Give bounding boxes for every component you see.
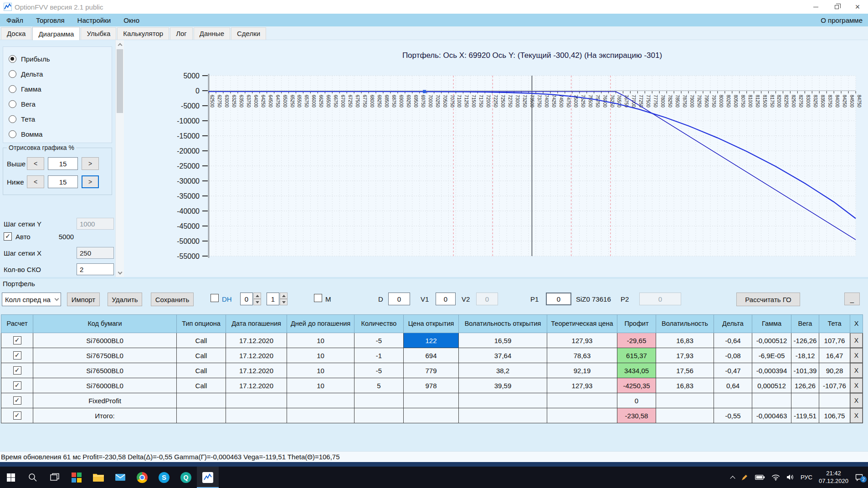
table-cell[interactable]: 17.12.2020	[226, 363, 287, 378]
menu-item[interactable]: Окно	[117, 15, 146, 26]
row-delete-button[interactable]: X	[850, 333, 863, 348]
table-cell[interactable]	[354, 393, 404, 408]
grid-step-x-field[interactable]: 250	[77, 247, 114, 259]
table-cell[interactable]: Si76500BL0	[33, 363, 177, 378]
v1-field[interactable]: 0	[436, 293, 456, 305]
table-cell[interactable]: 16,47	[819, 348, 850, 363]
table-cell[interactable]: 0,64	[714, 378, 752, 393]
table-cell[interactable]	[752, 393, 791, 408]
row-delete-button[interactable]: X	[850, 363, 863, 378]
minimize-panel-button[interactable]: _	[844, 293, 860, 305]
table-cell[interactable]	[226, 408, 287, 423]
table-cell[interactable]: 3434,05	[617, 363, 656, 378]
table-cell[interactable]	[177, 408, 226, 423]
table-cell[interactable]: 615,37	[617, 348, 656, 363]
table-cell[interactable]	[547, 408, 617, 423]
table-cell[interactable]: 17,56	[656, 363, 714, 378]
column-header[interactable]: Дней до погашения	[287, 315, 354, 333]
table-cell[interactable]: 16,59	[459, 333, 547, 348]
column-header[interactable]: Дельта	[714, 315, 752, 333]
table-cell[interactable]: 106,75	[819, 408, 850, 423]
network-button[interactable]	[771, 474, 780, 481]
table-cell[interactable]: 10	[287, 363, 354, 378]
table-cell[interactable]: 978	[404, 378, 459, 393]
table-cell[interactable]: 17.12.2020	[226, 378, 287, 393]
table-cell[interactable]	[791, 393, 819, 408]
strategy-dropdown[interactable]: Колл спред на	[2, 293, 61, 306]
table-cell[interactable]: 0,000512	[752, 378, 791, 393]
table-cell[interactable]: -119,51	[791, 408, 819, 423]
row-delete-button[interactable]: X	[850, 408, 863, 423]
table-cell[interactable]: -5	[354, 363, 404, 378]
scrollbar-thumb[interactable]	[117, 49, 123, 113]
close-button[interactable]: ×	[847, 0, 868, 14]
table-cell[interactable]: -6,9E-05	[752, 348, 791, 363]
table-cell[interactable]: Итого:	[33, 408, 177, 423]
table-cell[interactable]: 78,63	[547, 348, 617, 363]
table-cell[interactable]: 779	[404, 363, 459, 378]
column-header[interactable]: Профит	[617, 315, 656, 333]
spinner-value[interactable]: 1	[267, 293, 279, 305]
row-checkbox[interactable]: ✓	[13, 366, 21, 375]
spin-up-button[interactable]	[253, 293, 261, 299]
table-cell[interactable]	[459, 408, 547, 423]
scroll-down-button[interactable]	[116, 269, 124, 277]
table-cell[interactable]: Si76750BL0	[33, 348, 177, 363]
table-cell[interactable]: FixedProfit	[33, 393, 177, 408]
column-header[interactable]: Теоретическая цена	[547, 315, 617, 333]
above-increase-button[interactable]: >	[82, 157, 99, 170]
table-cell[interactable]: Call	[177, 363, 226, 378]
chrome-button[interactable]	[131, 467, 153, 488]
column-header[interactable]: Цена открытия	[404, 315, 459, 333]
table-cell[interactable]: 5	[354, 378, 404, 393]
table-cell[interactable]: 37,64	[459, 348, 547, 363]
menu-item[interactable]: Файл	[0, 15, 30, 26]
table-cell[interactable]	[404, 408, 459, 423]
table-cell[interactable]	[287, 408, 354, 423]
column-header[interactable]: Код бумаги	[33, 315, 177, 333]
row-checkbox[interactable]: ✓	[13, 381, 21, 390]
table-cell[interactable]: -0,000463	[752, 408, 791, 423]
auto-checkbox[interactable]: ✓	[4, 232, 12, 241]
panel-scrollbar[interactable]	[115, 40, 124, 277]
table-cell[interactable]	[714, 393, 752, 408]
table-cell[interactable]: 17.12.2020	[226, 333, 287, 348]
table-cell[interactable]: 16,83	[656, 378, 714, 393]
table-cell[interactable]	[547, 393, 617, 408]
start-button[interactable]	[0, 467, 22, 488]
table-cell[interactable]: Call	[177, 348, 226, 363]
menu-item[interactable]: Настройки	[71, 15, 118, 26]
menu-item[interactable]: Торговля	[30, 15, 71, 26]
battery-button[interactable]	[755, 474, 765, 480]
table-cell[interactable]: 17,93	[656, 348, 714, 363]
tray-expand-button[interactable]	[731, 475, 734, 480]
mail-button[interactable]	[109, 467, 131, 488]
table-cell[interactable]: -29,65	[617, 333, 656, 348]
task-view-button[interactable]	[44, 467, 66, 488]
above-percent-field[interactable]: 15	[48, 157, 78, 170]
column-header[interactable]: Расчет	[1, 315, 33, 333]
table-cell[interactable]: -18,12	[791, 348, 819, 363]
tab-Диаграмма[interactable]: Диаграмма	[32, 27, 80, 40]
optionfvv-taskbar-button[interactable]	[197, 467, 219, 488]
table-cell[interactable]: 38,2	[459, 363, 547, 378]
row-checkbox[interactable]: ✓	[13, 351, 21, 360]
volume-button[interactable]	[786, 474, 794, 481]
row-checkbox[interactable]: ✓	[13, 411, 21, 420]
column-header[interactable]: Волатильность открытия	[459, 315, 547, 333]
tab-Лог[interactable]: Лог	[170, 27, 193, 40]
column-header[interactable]: Тип опциона	[177, 315, 226, 333]
table-cell[interactable]	[177, 393, 226, 408]
table-cell[interactable]: 126,26	[791, 378, 819, 393]
tab-Улыбка[interactable]: Улыбка	[81, 27, 116, 40]
table-cell[interactable]	[819, 393, 850, 408]
table-cell[interactable]: -0,47	[714, 363, 752, 378]
language-indicator[interactable]: РУС	[801, 474, 812, 481]
column-header[interactable]: Гамма	[752, 315, 791, 333]
table-cell[interactable]	[404, 393, 459, 408]
table-cell[interactable]: Si76000BL0	[33, 333, 177, 348]
row-delete-button[interactable]: X	[850, 348, 863, 363]
table-cell[interactable]	[226, 393, 287, 408]
table-cell[interactable]: 0	[617, 393, 656, 408]
mode-radio-row[interactable]: Гамма	[9, 82, 112, 97]
